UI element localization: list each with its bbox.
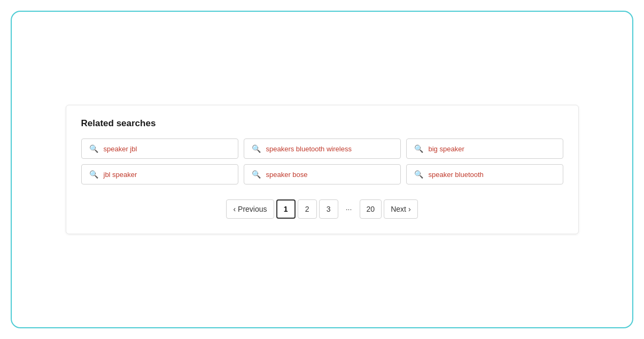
page-1-button[interactable]: 1 [276, 199, 296, 219]
pagination: ‹ Previous 1 2 3 ··· 20 Next › [81, 199, 563, 219]
search-text-6: speaker bluetooth [429, 171, 484, 179]
search-item-1[interactable]: 🔍 speaker jbl [81, 138, 238, 159]
search-text-4: jbl speaker [104, 171, 137, 179]
search-text-3: big speaker [429, 145, 464, 153]
search-icon-1: 🔍 [89, 144, 98, 153]
search-item-3[interactable]: 🔍 big speaker [406, 138, 563, 159]
search-text-2: speakers bluetooth wireless [266, 145, 352, 153]
chevron-right-icon: › [408, 205, 411, 213]
previous-button[interactable]: ‹ Previous [226, 199, 274, 219]
search-icon-6: 🔍 [414, 170, 423, 179]
section-title: Related searches [81, 118, 563, 129]
search-icon-5: 🔍 [252, 170, 261, 179]
next-button[interactable]: Next › [384, 199, 417, 219]
search-item-2[interactable]: 🔍 speakers bluetooth wireless [244, 138, 401, 159]
search-grid: 🔍 speaker jbl 🔍 speakers bluetooth wirel… [81, 138, 563, 184]
search-icon-3: 🔍 [414, 144, 423, 153]
page-20-button[interactable]: 20 [360, 199, 382, 219]
page-3-button[interactable]: 3 [319, 199, 338, 219]
page-2-button[interactable]: 2 [298, 199, 317, 219]
search-item-4[interactable]: 🔍 jbl speaker [81, 164, 238, 184]
search-text-1: speaker jbl [104, 145, 137, 153]
pagination-ellipsis: ··· [340, 199, 358, 219]
search-item-6[interactable]: 🔍 speaker bluetooth [406, 164, 563, 184]
outer-frame: Related searches 🔍 speaker jbl 🔍 speaker… [11, 11, 633, 328]
search-text-5: speaker bose [266, 171, 308, 179]
chevron-left-icon: ‹ [233, 205, 236, 213]
search-icon-2: 🔍 [252, 144, 261, 153]
search-item-5[interactable]: 🔍 speaker bose [244, 164, 401, 184]
search-icon-4: 🔍 [89, 170, 98, 179]
related-searches-card: Related searches 🔍 speaker jbl 🔍 speaker… [66, 105, 579, 234]
